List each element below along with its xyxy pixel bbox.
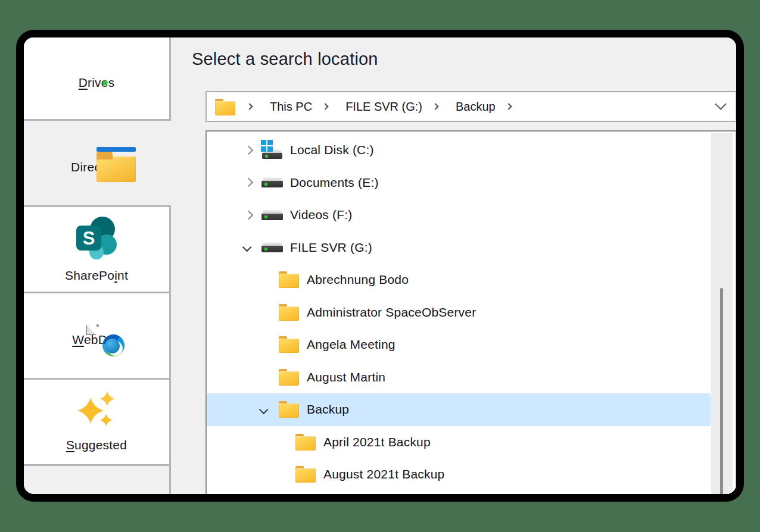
tree-item-label: Documents (E:)	[290, 176, 379, 190]
tree-item[interactable]: Backup	[207, 393, 711, 426]
breadcrumb-segment[interactable]: Backup	[456, 100, 496, 114]
page-title: Select a search location	[192, 49, 378, 69]
folder-tree: Local Disk (C:) Documents (E:) Videos (F…	[207, 134, 711, 491]
breadcrumb-separator-icon[interactable]	[432, 103, 438, 109]
sidebar-divider	[24, 378, 171, 380]
breadcrumb-segment[interactable]: FILE SVR (G:)	[345, 100, 422, 114]
system-drive-icon	[261, 140, 284, 160]
folder-icon	[279, 401, 299, 418]
tree-item-label: Backup	[307, 402, 349, 417]
sidebar-divider	[24, 464, 171, 466]
windows-logo-icon	[261, 140, 273, 152]
svg-text:S: S	[83, 228, 95, 249]
chevron-down-icon[interactable]	[258, 405, 268, 414]
breadcrumb-separator-icon[interactable]	[246, 103, 253, 109]
tree-item-label: Abrechnung Bodo	[307, 273, 409, 287]
tree-item[interactable]: Videos (F:)	[207, 199, 711, 231]
dialog-interior: Suggested WebDav S SharePoint Directory …	[24, 37, 736, 494]
chevron-down-icon	[715, 98, 727, 110]
drive-icon	[261, 242, 283, 252]
sharepoint-icon: S	[74, 216, 119, 260]
sidebar: Suggested WebDav S SharePoint Directory …	[24, 37, 171, 494]
drive-icon	[261, 210, 283, 220]
tree-item-label: April 2021t Backup	[323, 435, 431, 449]
breadcrumb-segment[interactable]: This PC	[270, 100, 312, 114]
folder-icon	[295, 434, 316, 450]
tree-item-label: Administrator SpaceObServer	[307, 305, 476, 320]
breadcrumb-separator-icon[interactable]	[505, 103, 512, 109]
sidebar-item-directory[interactable]: Directory	[24, 121, 169, 205]
sparkles-icon	[77, 392, 116, 430]
sidebar-item-webdav[interactable]: WebDav	[24, 293, 169, 378]
tree-item[interactable]: Angela Meeting	[207, 328, 711, 361]
tree-item-label: Local Disk (C:)	[290, 143, 374, 157]
tree-item-label: Videos (F:)	[290, 208, 353, 222]
chevron-right-icon[interactable]	[244, 145, 253, 155]
tree-item[interactable]: Abrechnung Bodo	[207, 264, 711, 296]
dialog-window: Suggested WebDav S SharePoint Directory …	[16, 30, 744, 502]
folder-tree-panel: Local Disk (C:) Documents (E:) Videos (F…	[205, 130, 736, 494]
breadcrumb-separator-icon[interactable]	[322, 103, 328, 109]
sidebar-item-label: Suggested	[66, 438, 127, 452]
tree-item-label: FILE SVR (G:)	[290, 240, 372, 255]
breadcrumb-bar[interactable]: This PCFILE SVR (G:)Backup	[205, 91, 736, 122]
breadcrumb-dropdown-button[interactable]	[717, 100, 725, 111]
folder-icon	[279, 304, 299, 321]
tree-item[interactable]: FILE SVR (G:)	[207, 231, 711, 264]
scrollbar[interactable]	[711, 133, 733, 494]
sidebar-item-drives[interactable]: Drives	[24, 37, 169, 119]
tree-item-label: Angela Meeting	[307, 337, 395, 352]
sidebar-item-label: Drives	[79, 76, 115, 90]
folder-icon	[279, 369, 299, 386]
tree-item[interactable]: Local Disk (C:)	[207, 134, 711, 167]
tree-item[interactable]: Documents (E:)	[207, 167, 711, 199]
chevron-right-icon[interactable]	[244, 210, 253, 220]
sidebar-item-label: SharePoint	[65, 268, 128, 283]
sidebar-divider	[24, 292, 171, 293]
sidebar-item-suggested[interactable]: Suggested	[24, 380, 169, 464]
tree-item[interactable]: Administrator SpaceObServer	[207, 296, 711, 329]
folder-icon[interactable]	[215, 99, 234, 115]
chevron-right-icon[interactable]	[244, 178, 253, 187]
drive-icon	[261, 177, 283, 187]
sidebar-item-sharepoint[interactable]: S SharePoint	[24, 207, 169, 292]
tree-item-label: August 2021t Backup	[323, 467, 444, 481]
tree-item-label: August Martin	[307, 370, 385, 384]
chevron-down-icon[interactable]	[242, 243, 251, 252]
main-area: Select a search location This PCFILE SVR…	[171, 37, 736, 494]
desktop-background: { "title": "Select a search location", "…	[0, 0, 760, 532]
folder-icon	[295, 466, 316, 483]
sidebar-divider	[24, 205, 171, 207]
sidebar-divider	[24, 119, 171, 121]
tree-item[interactable]: August Martin	[207, 361, 711, 394]
folder-icon	[279, 336, 299, 353]
tree-item[interactable]: August 2021t Backup	[207, 458, 711, 491]
folder-icon	[279, 271, 299, 288]
tree-item[interactable]: April 2021t Backup	[207, 426, 711, 459]
scrollbar-thumb[interactable]	[720, 288, 723, 494]
